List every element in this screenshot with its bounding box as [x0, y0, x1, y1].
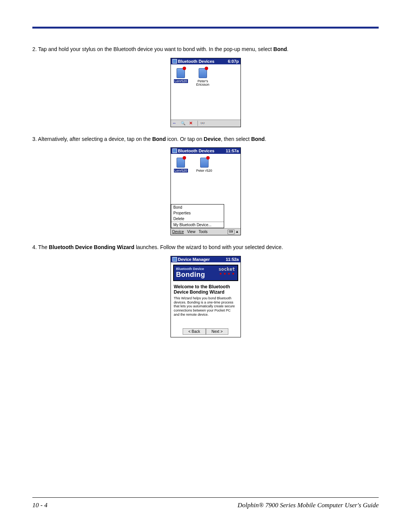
device-icon: [177, 68, 185, 78]
device-2b-label: Ericsson: [196, 83, 210, 86]
step-4-text-b: launches. Follow the wizard to bond with…: [134, 244, 283, 250]
time-3: 11:52a: [226, 257, 239, 262]
step-2-tail: .: [287, 46, 288, 52]
wizard-description: This Wizard helps you bond Bluetooth dev…: [174, 296, 237, 317]
device-2-label-2: Peter r520: [196, 169, 212, 173]
menu-view[interactable]: View: [187, 230, 196, 234]
device-icon: [200, 158, 209, 168]
next-button[interactable]: Next >: [206, 328, 228, 335]
socket-text: socket: [218, 267, 235, 272]
step-3: 3. Alternatively, after selecting a devi…: [32, 136, 379, 143]
menu-delete[interactable]: Delete: [171, 216, 224, 222]
step-4-bold-a: Bluetooth Device Bonding Wizard: [49, 244, 134, 250]
step-3-text-b: icon. Or tap on: [166, 136, 204, 142]
step-4: 4. The Bluetooth Device Bonding Wizard l…: [32, 244, 379, 251]
search-icon[interactable]: [181, 121, 187, 126]
step-2-text: Tap and hold your stylus on the Bluetoot…: [38, 46, 273, 52]
windows-icon: [172, 257, 177, 262]
view-icon[interactable]: [200, 121, 206, 126]
time-1: 6:07p: [228, 59, 239, 64]
arrow-up-icon[interactable]: ▲: [236, 230, 239, 233]
windows-icon: [172, 149, 177, 153]
step-3-text-c: , then select: [221, 136, 251, 142]
step-2-num: 2.: [32, 46, 37, 52]
titlebar-2: Bluetooth Devices 11:57a: [171, 148, 241, 154]
time-2: 11:57a: [226, 149, 239, 153]
device-1-label: Lenr520: [174, 79, 188, 83]
page-number: 10 - 4: [32, 502, 48, 509]
separator: [198, 121, 198, 126]
step-3-bold-a: Bond: [152, 136, 166, 142]
bonding-banner: Bluetooth Device Bonding socket ■ ■ ■ ■: [173, 265, 238, 281]
device-peters-ericsson[interactable]: Peter's Ericsson: [196, 68, 210, 87]
title-2: Bluetooth Devices: [178, 149, 215, 153]
context-menu: Bond Properties Delete My Bluetooth Devi…: [171, 204, 224, 228]
toolbar-1: ✕: [171, 120, 241, 127]
footer-rule: [32, 497, 379, 498]
screenshot-device-manager: Device Manager 11:52a Bluetooth Device B…: [170, 256, 241, 337]
step-4-text-a: The: [38, 244, 49, 250]
titlebar-1: Bluetooth Devices 6:07p: [171, 58, 241, 64]
windows-icon: [172, 59, 177, 64]
menu-tools[interactable]: Tools: [199, 230, 207, 234]
title-3: Device Manager: [178, 257, 210, 262]
step-2: 2. Tap and hold your stylus on the Bluet…: [32, 46, 379, 53]
socket-dots: ■ ■ ■ ■: [218, 272, 235, 275]
step-3-bold-c: Bond: [251, 136, 265, 142]
device-peter-r520[interactable]: Peter r520: [196, 158, 212, 173]
step-3-bold-b: Device: [204, 136, 221, 142]
device-1-label-2: Lenr520: [174, 169, 188, 173]
device-lenr520-2[interactable]: Lenr520: [174, 158, 188, 173]
screenshot-bluetooth-devices-2: Bluetooth Devices 11:57a Lenr520 Peter r…: [170, 147, 241, 235]
device-2a-label: Peter's: [198, 79, 208, 83]
titlebar-3: Device Manager 11:52a: [171, 256, 241, 262]
step-3-text-a: Alternatively, after selecting a device,…: [38, 136, 152, 142]
guide-title: Dolphin® 7900 Series Mobile Computer Use…: [237, 502, 379, 509]
step-4-num: 4.: [32, 244, 37, 250]
title-1: Bluetooth Devices: [178, 59, 215, 64]
device-icon: [177, 158, 185, 168]
menu-mydevice[interactable]: My Bluetooth Device...: [171, 222, 224, 228]
wizard-welcome: Welcome to the Bluetooth Device Bonding …: [174, 284, 237, 295]
device-icon: [199, 68, 207, 78]
step-3-num: 3.: [32, 136, 37, 142]
menubar-2: Device View Tools ⌨ ▲: [171, 228, 241, 235]
bond-icon[interactable]: [172, 121, 178, 126]
screenshot-bluetooth-devices-1: Bluetooth Devices 6:07p Lenr520 Peter's …: [170, 58, 241, 127]
back-button[interactable]: < Back: [183, 328, 206, 335]
socket-logo: socket ■ ■ ■ ■: [218, 267, 235, 275]
menu-properties[interactable]: Properties: [171, 210, 224, 216]
menu-device[interactable]: Device: [172, 230, 184, 234]
step-3-tail: .: [265, 136, 266, 142]
keyboard-icon[interactable]: ⌨: [228, 230, 234, 234]
delete-icon[interactable]: ✕: [189, 121, 195, 126]
device-lenr520[interactable]: Lenr520: [174, 68, 188, 87]
menu-bond[interactable]: Bond: [171, 204, 224, 210]
step-2-bold: Bond: [273, 46, 287, 52]
top-rule: [32, 27, 379, 29]
page-footer: 10 - 4 Dolphin® 7900 Series Mobile Compu…: [32, 497, 379, 509]
